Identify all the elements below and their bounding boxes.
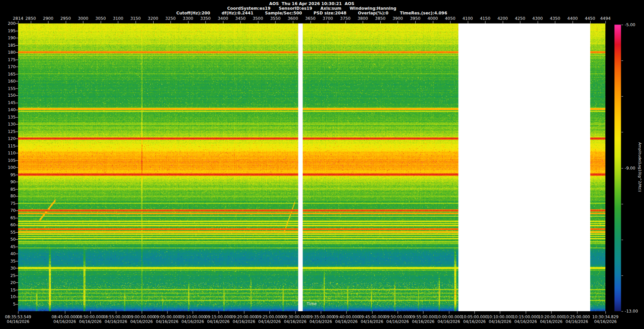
frequency-axis-tick — [16, 189, 18, 189]
time-axis-date-label: 04/16/2026 — [258, 319, 281, 324]
frequency-axis-tick-label: 145 — [8, 100, 15, 105]
frequency-axis-tick — [16, 110, 18, 110]
record-axis-tick-label: 4350 — [550, 16, 560, 20]
amplitude-axis-label: Amplitude(Log10(g^2/Hz)) — [638, 142, 642, 192]
record-axis-tick — [206, 21, 206, 23]
frequency-axis-tick — [16, 175, 18, 175]
param-samplerate: Sample/Sec:500 — [265, 11, 302, 15]
record-axis-tick — [170, 21, 171, 23]
record-axis-tick-label: 3500 — [253, 16, 263, 20]
record-axis-tick — [468, 21, 468, 23]
record-axis-tick — [502, 21, 503, 23]
time-axis-date-label: 04/16/2026 — [233, 319, 255, 324]
frequency-axis-tick — [16, 160, 18, 160]
time-axis-date-label: 04/16/2026 — [130, 319, 153, 324]
record-axis-tick-label: 2850 — [25, 16, 36, 20]
time-axis-date-label: 04/16/2026 — [515, 319, 537, 324]
time-axis-date-label: 04/16/2026 — [53, 319, 76, 324]
time-axis-tick-label: 09:15:00.000 — [205, 315, 231, 319]
frequency-axis-tick-label: 60 — [10, 223, 16, 227]
frequency-axis-tick — [16, 81, 18, 81]
frequency-axis-tick-label: 120 — [8, 136, 15, 141]
frequency-axis-tick-label: 75 — [10, 201, 16, 205]
record-axis-tick-label: 4400 — [567, 16, 578, 20]
time-axis-date-label: 04/16/2026 — [594, 319, 616, 324]
record-axis-tick-label: 3150 — [130, 16, 141, 20]
time-axis-tick — [142, 311, 142, 314]
frequency-axis-tick-label: 5 — [13, 302, 16, 306]
time-axis-date-label: 04/16/2026 — [7, 319, 29, 324]
record-axis-tick-label: 3900 — [392, 16, 403, 20]
time-axis-tick-label: 10:30:34.829 — [592, 315, 619, 319]
frequency-axis-tick — [16, 124, 18, 125]
frequency-axis-tick-label: 140 — [8, 107, 15, 112]
time-axis-tick-label: 09:10:00.000 — [180, 315, 206, 319]
time-axis-date-label: 04/16/2026 — [284, 319, 306, 324]
frequency-axis-tick — [16, 254, 18, 254]
aos-spectrogram-screen: AOS Thu 16 Apr 2026 10:30:21 AOS CoordSy… — [0, 0, 644, 329]
spectrogram-canvas[interactable] — [18, 23, 605, 311]
record-axis-tick-label: 3400 — [218, 16, 228, 20]
frequency-axis-tick-label: 190 — [8, 36, 15, 40]
frequency-axis-tick — [16, 131, 18, 132]
time-axis-date-label: 04/16/2026 — [386, 319, 409, 324]
record-axis-tick-label: 2814 — [13, 16, 23, 20]
param-windowing: Windowing:Hanning — [350, 6, 396, 10]
frequency-axis-tick — [16, 210, 18, 211]
colorbar-tick — [622, 25, 623, 25]
frequency-axis-tick — [16, 218, 18, 218]
record-axis-tick-label: 3050 — [95, 16, 106, 20]
record-axis-tick — [520, 21, 521, 23]
record-axis-tick — [31, 21, 31, 23]
record-axis-tick-label: 2950 — [60, 16, 71, 20]
time-axis-date-label: 04/16/2026 — [105, 319, 127, 324]
frequency-axis-tick-label: 170 — [8, 64, 15, 69]
record-axis-tick-label: 3700 — [323, 16, 333, 20]
frequency-axis-tick — [16, 38, 18, 38]
frequency-axis-tick-label: 155 — [8, 86, 15, 90]
colorbar-tick-label: -5.00 — [625, 22, 635, 27]
frequency-axis-tick-label: 95 — [10, 172, 16, 177]
header-title: AOS Thu 16 Apr 2026 10:30:21 AOS — [18, 1, 605, 6]
time-axis-tick — [321, 311, 321, 314]
time-axis-tick-label: 09:20:00.000 — [231, 315, 257, 319]
time-axis-tick-label: 09:55:00.000 — [410, 315, 436, 319]
param-axis: Axis:sum — [320, 6, 341, 10]
colorbar-tick — [622, 96, 623, 97]
time-axis-tick-label: 10:15:00.000 — [513, 315, 539, 319]
record-axis-tick — [18, 21, 18, 23]
time-axis-tick — [526, 311, 526, 314]
colorbar-tick — [622, 168, 623, 168]
frequency-axis-tick-label: 15 — [10, 287, 16, 292]
colorbar-tick — [622, 275, 623, 276]
time-axis-tick — [167, 311, 167, 314]
record-axis-tick — [538, 21, 538, 23]
frequency-axis-tick-label: 25 — [10, 273, 16, 277]
record-axis-tick-label: 4100 — [463, 16, 473, 20]
time-axis-date-label: 04/16/2026 — [361, 319, 383, 324]
time-axis-tick-label: 09:45:00.000 — [359, 315, 385, 319]
record-axis-tick-label: 4000 — [427, 16, 438, 20]
record-axis-tick-label: 4300 — [532, 16, 543, 20]
time-axis-tick-label: 10:10:00.000 — [487, 315, 513, 319]
frequency-axis-tick — [16, 74, 18, 74]
record-axis-tick — [66, 21, 66, 23]
time-axis-tick — [90, 311, 91, 314]
frequency-axis-tick-label: 185 — [8, 43, 15, 47]
colorbar-gradient — [614, 25, 621, 311]
frequency-axis-tick-label: 160 — [8, 79, 15, 83]
time-axis-date-label: 04/16/2026 — [156, 319, 178, 324]
time-axis-date-label: 04/16/2026 — [438, 319, 460, 324]
record-axis-tick-label: 3600 — [288, 16, 298, 20]
record-axis-tick — [293, 21, 293, 23]
frequency-axis-tick — [16, 232, 18, 232]
time-axis-tick-label: 10:20:00.000 — [538, 315, 564, 319]
time-axis-tick — [474, 311, 475, 314]
record-axis-tick — [573, 21, 573, 23]
frequency-axis-tick — [16, 45, 18, 45]
record-axis-tick-label: 3300 — [183, 16, 193, 20]
record-axis-tick-label: 2900 — [43, 16, 53, 20]
frequency-axis-tick-label: 105 — [8, 158, 15, 162]
record-axis-tick-label: 3750 — [340, 16, 351, 20]
param-timeres: TimeRes.(sec):4.096 — [400, 11, 447, 15]
